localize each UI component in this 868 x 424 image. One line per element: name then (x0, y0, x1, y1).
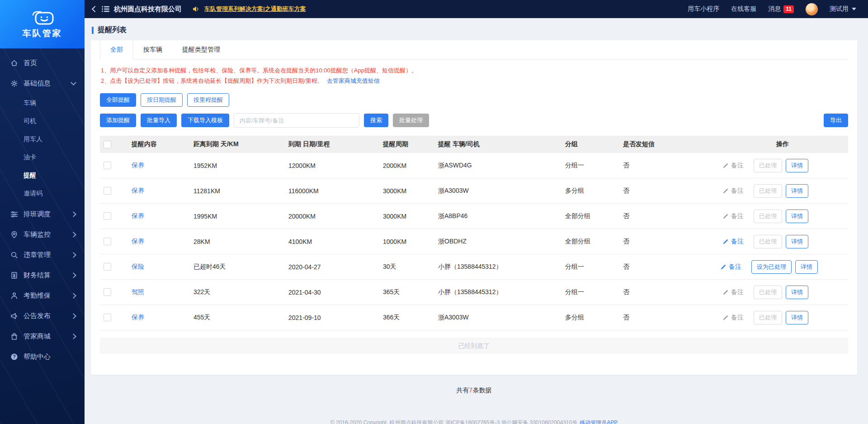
sidebar-subitem-4[interactable]: 提醒 (0, 166, 85, 184)
detail-button[interactable]: 详情 (786, 235, 808, 248)
end-of-list-indicator: 已经到底了 (100, 338, 848, 354)
cell-target: 浙A3003W (434, 305, 561, 330)
sidebar-item-basic-info[interactable]: 基础信息 (0, 73, 85, 94)
sidebar-item-violation[interactable]: 违章管理 (0, 245, 85, 265)
reminder-type-link[interactable]: 保养 (132, 238, 144, 245)
cell-due: 12000KM (285, 153, 379, 178)
tab-1[interactable]: 按车辆 (133, 40, 172, 59)
recharge-sms-link[interactable]: 去管家商城充值短信 (327, 77, 380, 84)
reminder-type-link[interactable]: 保险 (132, 263, 144, 270)
processed-button[interactable]: 已处理 (754, 286, 782, 299)
tab-0[interactable]: 全部 (100, 40, 133, 60)
sidebar-item-announcement[interactable]: 公告发布 (0, 306, 85, 326)
chevron-down-icon (852, 8, 856, 10)
sidebar-item-label: 公告发布 (24, 312, 51, 320)
processed-button[interactable]: 设为已处理 (751, 260, 792, 274)
mobile-admin-app-link[interactable]: 移动管理员APP (580, 419, 618, 424)
cell-cycle: 2000KM (379, 153, 434, 178)
detail-button[interactable]: 详情 (786, 210, 808, 223)
collapse-sidebar-icon[interactable] (92, 6, 98, 12)
remark-button[interactable]: 备注 (723, 314, 744, 322)
sidebar-item-home[interactable]: 首页 (0, 53, 85, 73)
remark-button[interactable]: 备注 (723, 288, 744, 296)
row-checkbox[interactable] (104, 263, 111, 271)
reminder-type-link[interactable]: 驾照 (132, 288, 144, 295)
row-checkbox[interactable] (104, 212, 111, 220)
cell-actions: 备注已处理详情 (717, 280, 848, 305)
row-checkbox[interactable] (104, 162, 111, 169)
batch-process-button[interactable]: 批量处理 (393, 114, 429, 127)
sidebar-subitem-3[interactable]: 油卡 (0, 148, 85, 166)
row-checkbox[interactable] (104, 238, 111, 245)
tab-2[interactable]: 提醒类型管理 (172, 40, 230, 59)
batch-import-button[interactable]: 批量导入 (141, 114, 177, 127)
detail-button[interactable]: 详情 (786, 311, 808, 324)
cell-sms: 否 (619, 178, 717, 204)
cell-sms: 否 (619, 254, 717, 280)
detail-button[interactable]: 详情 (795, 260, 818, 274)
user-menu[interactable]: 测试用 (830, 5, 856, 13)
processed-button[interactable]: 已处理 (754, 311, 782, 324)
reminder-type-link[interactable]: 保养 (132, 212, 144, 219)
download-template-button[interactable]: 下载导入模板 (181, 114, 229, 127)
avatar[interactable] (806, 3, 818, 15)
remark-button[interactable]: 备注 (723, 187, 744, 195)
cell-group: 全部分组 (561, 204, 619, 229)
filter-button-1[interactable]: 按日期提醒 (141, 93, 183, 107)
remark-button[interactable]: 备注 (723, 212, 744, 220)
export-button[interactable]: 导出 (824, 114, 848, 127)
search-input[interactable] (234, 113, 359, 128)
reminder-type-link[interactable]: 保养 (132, 187, 144, 194)
select-all-checkbox[interactable] (104, 141, 111, 148)
remark-button[interactable]: 备注 (723, 238, 744, 246)
col-header-3: 提醒周期 (379, 136, 434, 153)
detail-button[interactable]: 详情 (786, 184, 808, 198)
menu-list-icon[interactable] (102, 6, 109, 12)
notices: 1、用户可以自定义添加各种提醒，包括年检、保险、保养等。系统会在提醒当天的10:… (101, 65, 847, 86)
sidebar-subitem-5[interactable]: 邀请码 (0, 184, 85, 202)
sidebar-item-attendance-maintenance[interactable]: 考勤维保 (0, 286, 85, 306)
row-checkbox[interactable] (104, 187, 111, 195)
row-select-cell (100, 178, 128, 204)
table-header-row: 提醒内容距离到期 天/KM到期 日期/里程提醒周期提醒 车辆/司机分组是否发短信… (100, 136, 848, 153)
topbar: 杭州圆点科技有限公司 车队管理系列解决方案|之通勤班车方案 用车小程序 在线客服… (85, 0, 868, 18)
remark-button[interactable]: 备注 (721, 263, 741, 271)
filter-button-0[interactable]: 全部提醒 (100, 93, 136, 107)
tab-bar: 全部按车辆提醒类型管理 (100, 40, 848, 60)
chevron-right-icon (71, 252, 76, 258)
chevron-right-icon (71, 293, 76, 299)
sidebar-item-finance[interactable]: 财务结算 (0, 265, 85, 286)
sidebar-item-help-center[interactable]: ?帮助中心 (0, 347, 85, 367)
online-service-link[interactable]: 在线客服 (731, 5, 756, 13)
add-reminder-button[interactable]: 添加提醒 (100, 114, 136, 127)
mini-program-link[interactable]: 用车小程序 (688, 5, 719, 13)
detail-button[interactable]: 详情 (786, 159, 808, 172)
messages-link[interactable]: 消息 11 (768, 5, 794, 13)
announcement-link[interactable]: 车队管理系列解决方案|之通勤班车方案 (204, 5, 306, 13)
cell-target: 浙A8BP46 (434, 204, 561, 229)
filter-button-2[interactable]: 按里程提醒 (187, 93, 229, 107)
car-logo-icon (29, 10, 56, 25)
detail-button[interactable]: 详情 (786, 286, 808, 299)
table-row: 保养11281KM116000KM3000KM浙A3003W多分组否备注已处理详… (100, 178, 848, 204)
reminder-type-link[interactable]: 保养 (132, 314, 144, 321)
remark-button[interactable]: 备注 (723, 162, 744, 170)
row-checkbox[interactable] (104, 314, 111, 321)
row-select-cell (100, 280, 128, 305)
sidebar-item-mall[interactable]: 管家商城 (0, 326, 85, 347)
sidebar-subitem-2[interactable]: 用车人 (0, 130, 85, 148)
sidebar-item-vehicle-monitoring[interactable]: 车辆监控 (0, 224, 85, 245)
row-select-cell (100, 305, 128, 330)
reminder-type-link[interactable]: 保养 (132, 162, 144, 169)
sidebar-subitem-1[interactable]: 司机 (0, 112, 85, 130)
processed-button[interactable]: 已处理 (754, 184, 782, 198)
processed-button[interactable]: 已处理 (754, 159, 782, 172)
reminder-table: 提醒内容距离到期 天/KM到期 日期/里程提醒周期提醒 车辆/司机分组是否发短信… (100, 136, 848, 330)
processed-button[interactable]: 已处理 (754, 235, 782, 248)
search-button[interactable]: 搜索 (364, 114, 388, 127)
row-checkbox[interactable] (104, 288, 111, 296)
processed-button[interactable]: 已处理 (754, 210, 782, 223)
sidebar-item-scheduling[interactable]: 排班调度 (0, 204, 85, 224)
sidebar: 车队管家 首页基础信息车辆司机用车人油卡提醒邀请码排班调度车辆监控违章管理财务结… (0, 0, 85, 424)
sidebar-subitem-0[interactable]: 车辆 (0, 94, 85, 112)
